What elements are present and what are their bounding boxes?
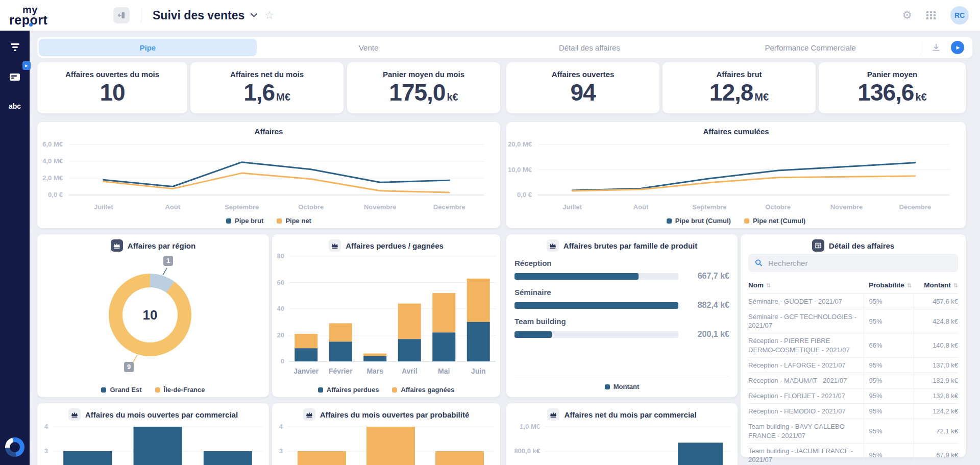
apps-grid-icon[interactable]	[926, 11, 936, 19]
kpi-card-panier-moyen-du-mois: Panier moyen du mois175,0k€	[347, 62, 500, 113]
play-button[interactable]: ▶	[951, 41, 964, 54]
kpi-unit: M€	[754, 91, 769, 103]
region-donut-chart: 1019Grand EstÎle-de-France	[37, 234, 269, 397]
svg-text:Septembre: Septembre	[225, 203, 259, 211]
kpi-title: Affaires ouvertes du mois	[37, 70, 187, 79]
legend-item-montant[interactable]: Montant	[605, 383, 640, 390]
column-header-probabilite[interactable]: Probabilité⇅	[864, 278, 914, 294]
hbar-fill	[514, 302, 678, 309]
kpi-card-affaires-brut: Affaires brut12,8M€	[663, 62, 816, 113]
kpi-title: Affaires ouvertes	[506, 70, 659, 79]
hbar-track	[514, 302, 678, 309]
search-icon[interactable]	[755, 259, 763, 267]
ouvertes-commercial-bar-chart: 43	[37, 419, 269, 465]
column-header-montant[interactable]: Montant⇅	[914, 278, 958, 294]
svg-text:Décembre: Décembre	[433, 203, 465, 211]
legend-item-grand-est[interactable]: Grand Est	[101, 386, 141, 394]
hbar-label-seminaire: Séminaire	[514, 288, 729, 297]
table-row[interactable]: Séminaire - GUODET - 2021/0795%457,6 k€	[748, 294, 958, 309]
user-avatar[interactable]: RC	[950, 6, 969, 25]
kpi-card-affaires-net-du-mois: Affaires net du mois1,6M€	[190, 62, 344, 113]
legend-item-ile-de-france[interactable]: Île-de-France	[155, 386, 205, 394]
donut-callout: 1	[163, 256, 173, 266]
chart-legend: Pipe brut (Cumul)Pipe net (Cumul)	[506, 217, 966, 225]
legend-item-affaires-perdues[interactable]: Affaires perdues	[318, 386, 379, 394]
hbar-row: 882,4 k€	[514, 301, 729, 310]
table-row[interactable]: Réception - HEMODIO - 2021/0795%124,2 k€	[748, 404, 958, 419]
table-cell: 66%	[864, 333, 914, 357]
chart-legend: Affaires perduesAffaires gagnées	[272, 386, 500, 394]
download-button[interactable]	[932, 43, 941, 52]
chart-title: Affaires	[37, 127, 500, 136]
table-cell: 124,2 k€	[914, 404, 958, 419]
legend-item-affaires-gagnees[interactable]: Affaires gagnées	[392, 386, 454, 394]
tab-pipe[interactable]: Pipe	[39, 39, 257, 56]
hbar-label-reception: Réception	[514, 259, 729, 267]
page-tab-bar: PipeVenteDétail des affairesPerformance …	[37, 37, 972, 58]
svg-text:3: 3	[279, 447, 283, 455]
table-row[interactable]: Réception - MADUMAT - 2021/0795%132,9 k€	[748, 373, 958, 388]
tab-detail-des-affaires[interactable]: Détail des affaires	[481, 39, 699, 56]
sort-icon[interactable]: ⇅	[953, 282, 958, 289]
tab-vente[interactable]: Vente	[260, 39, 478, 56]
report-title: Suivi des ventes	[153, 9, 244, 22]
svg-text:20: 20	[277, 331, 284, 339]
table-header: Nom⇅Probabilité⇅Montant⇅	[748, 278, 958, 294]
sort-icon[interactable]: ⇅	[907, 282, 912, 289]
table-cell: 95%	[864, 419, 914, 443]
report-switcher-button[interactable]	[251, 13, 257, 17]
chart-title: Affaires du mois ouvertes par probabilit…	[272, 408, 500, 421]
card-ouvertes-par-commercial: Affaires du mois ouvertes par commercial…	[37, 403, 269, 465]
table-row[interactable]: Réception - FLORIJET - 2021/0795%132,8 k…	[748, 388, 958, 404]
svg-text:Janvier: Janvier	[293, 367, 319, 375]
svg-text:80: 80	[277, 253, 284, 260]
search-input[interactable]	[768, 259, 951, 267]
collapse-panel-button[interactable]	[113, 7, 130, 23]
svg-text:20,0 M€: 20,0 M€	[508, 140, 532, 148]
table-row[interactable]: Réception - PIERRE FIBRE DERMO-COSMETIQU…	[748, 333, 958, 357]
sidebar-item-abc[interactable]: abc	[0, 102, 30, 110]
kpi-title: Affaires net du mois	[190, 70, 344, 79]
legend-item-pipe-brut-cumul[interactable]: Pipe brut (Cumul)	[667, 217, 731, 225]
legend-item-pipe-net-cumul[interactable]: Pipe net (Cumul)	[744, 217, 805, 225]
svg-text:Décembre: Décembre	[899, 203, 931, 211]
filter-icon[interactable]	[0, 43, 30, 51]
donut-callout: 9	[124, 362, 134, 372]
table-row[interactable]: Team building - BAVY CALLEBO FRANCE - 20…	[748, 419, 958, 443]
settings-gear-icon[interactable]: ⚙	[902, 9, 912, 22]
table-cell: 67,9 k€	[914, 443, 958, 465]
legend-item-pipe-net[interactable]: Pipe net	[277, 217, 311, 225]
svg-text:Août: Août	[165, 203, 180, 211]
table-cell: 132,9 k€	[914, 373, 958, 388]
header-divider	[141, 8, 141, 23]
tab-performance-commerciale[interactable]: Performance Commerciale	[701, 39, 919, 56]
kpi-value: 175,0k€	[347, 81, 500, 104]
svg-text:0: 0	[281, 357, 284, 365]
table-row[interactable]: Team building - JACUMI FRANCE - 2021/079…	[748, 443, 958, 465]
filter-panel-handle[interactable]: ▶	[22, 61, 31, 70]
favorite-star-icon[interactable]: ☆	[264, 9, 274, 21]
chart-title: Affaires du mois ouvertes par commercial	[37, 408, 269, 421]
kpi-value: 12,8M€	[663, 81, 816, 104]
svg-text:Août: Août	[633, 203, 649, 211]
column-header-nom[interactable]: Nom⇅	[748, 278, 864, 294]
svg-text:1,0 M€: 1,0 M€	[520, 423, 540, 430]
svg-text:0,0 €: 0,0 €	[48, 191, 63, 199]
tabbar-divider	[921, 41, 921, 54]
kpi-value: 10	[37, 81, 187, 104]
table-cell: 457,6 k€	[914, 294, 958, 309]
card-ouvertes-par-probabilite: Affaires du mois ouvertes par probabilit…	[272, 403, 500, 465]
table-cell: Séminaire - GUODET - 2021/07	[748, 294, 864, 309]
table-row[interactable]: Séminaire - GCF TECHNOLOGIES - 2021/0795…	[748, 309, 958, 333]
sort-icon[interactable]: ⇅	[766, 282, 771, 289]
table-cell: Séminaire - GCF TECHNOLOGIES - 2021/07	[748, 309, 864, 333]
table-row[interactable]: Réception - LAFORGE - 2021/0795%137,0 k€	[748, 357, 958, 373]
card-affaires-perdues-gagnees: Affaires perdues / gagnées 806040200Janv…	[272, 234, 500, 397]
legend-item-pipe-brut[interactable]: Pipe brut	[226, 217, 263, 225]
pages-icon[interactable]	[0, 72, 30, 82]
kpi-value: 136,6k€	[819, 81, 966, 104]
chart-legend: Montant	[605, 383, 640, 390]
card-affaires-brutes-famille: Affaires brutes par famille de produit R…	[506, 234, 738, 397]
table-search	[748, 254, 958, 272]
net-commercial-bar-chart: 1,0 M€800,0 k€	[506, 419, 738, 465]
